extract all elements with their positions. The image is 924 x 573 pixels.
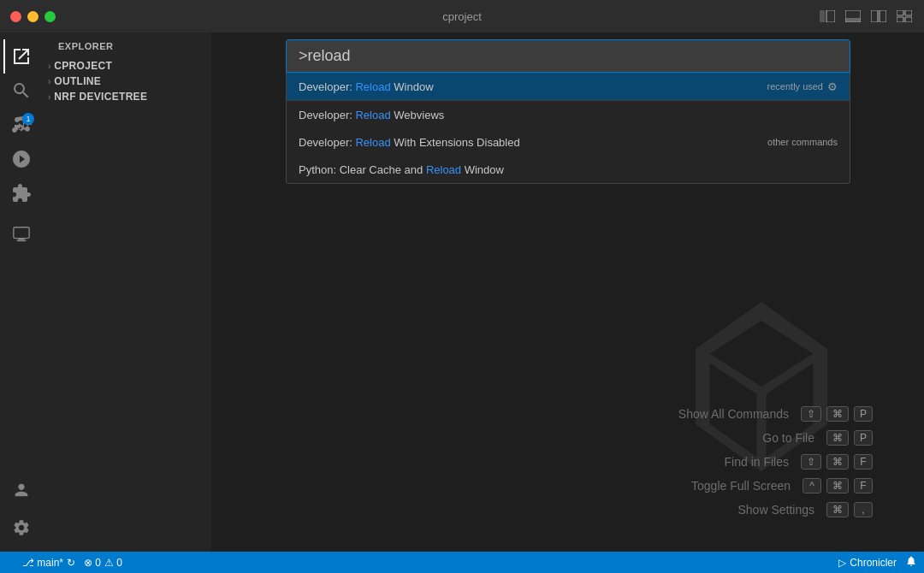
- kbd-comma: ,: [854, 502, 873, 517]
- sidebar-item-cproject[interactable]: › CPROJECT: [41, 58, 211, 74]
- svg-rect-9: [905, 17, 912, 22]
- sidebar-item-label-nrf: NRF DEVICETREE: [54, 91, 147, 103]
- editor-area: Developer: Reload Window recently used ⚙…: [212, 32, 924, 552]
- window-controls[interactable]: [10, 11, 56, 22]
- activity-item-extensions[interactable]: [3, 176, 38, 210]
- shortcut-row-show-all: Show All Commands ⇧ ⌘ P: [678, 406, 873, 422]
- branch-name: ⎇ main*: [22, 557, 63, 569]
- main-layout: 1: [0, 32, 924, 552]
- play-icon: ▷: [838, 557, 846, 569]
- kbd-cmd: ⌘: [826, 454, 849, 470]
- command-result-item[interactable]: Python: Clear Cache and Reload Window: [287, 156, 850, 183]
- shortcut-label: Find in Files: [725, 455, 789, 469]
- kbd-cmd: ⌘: [826, 478, 849, 493]
- shortcut-label: Show All Commands: [678, 407, 789, 421]
- shortcut-row-settings: Show Settings ⌘ ,: [738, 502, 874, 517]
- svg-rect-8: [897, 17, 903, 22]
- command-result-item[interactable]: Developer: Reload Webviews: [287, 101, 850, 128]
- shortcut-row-go-to-file: Go to File ⌘ P: [762, 430, 873, 446]
- highlight-text: Reload: [355, 136, 390, 149]
- activity-item-account[interactable]: [3, 473, 38, 507]
- sync-icon: ↻: [67, 557, 75, 569]
- error-count[interactable]: ⊗ 0 ⚠ 0: [84, 557, 122, 569]
- window-title: cproject: [442, 10, 482, 23]
- sidebar-item-label-cproject: CPROJECT: [54, 60, 112, 72]
- maximize-button[interactable]: [44, 11, 56, 22]
- command-result-text: Developer: Reload Webviews: [299, 109, 838, 121]
- command-result-text: Python: Clear Cache and Reload Window: [299, 163, 838, 176]
- shortcut-row-find-files: Find in Files ⇧ ⌘ F: [725, 454, 873, 470]
- chronicler-label: Chronicler: [850, 557, 897, 569]
- svg-rect-11: [18, 239, 24, 240]
- svg-rect-4: [871, 10, 878, 22]
- activity-item-settings[interactable]: [3, 511, 38, 545]
- notification-bell-icon[interactable]: [905, 555, 917, 570]
- error-icon: ⊗ 0: [84, 557, 101, 569]
- expand-arrow-icon: ›: [48, 62, 50, 71]
- activity-item-source-control[interactable]: 1: [3, 108, 38, 142]
- minimize-button[interactable]: [27, 11, 38, 22]
- svg-rect-0: [820, 10, 825, 22]
- split-editor-icon[interactable]: [869, 9, 888, 23]
- layout-icon[interactable]: [895, 9, 914, 23]
- highlight-text: Reload: [355, 109, 390, 121]
- chronicler-status[interactable]: ▷ Chronicler: [838, 557, 897, 569]
- command-badge: recently used ⚙: [767, 80, 838, 93]
- expand-arrow-icon: ›: [48, 77, 50, 86]
- svg-rect-10: [14, 227, 29, 239]
- panel-toggle-icon[interactable]: [844, 9, 862, 23]
- statusbar-left: ⎇ main* ↻ ⊗ 0 ⚠ 0: [7, 557, 122, 569]
- statusbar-right: ▷ Chronicler: [838, 555, 917, 570]
- activity-item-run[interactable]: [3, 142, 38, 176]
- shortcut-label: Toggle Full Screen: [691, 479, 791, 493]
- sidebar-item-nrf[interactable]: › NRF DEVICETREE: [41, 89, 211, 104]
- command-result-text: Developer: Reload Window: [299, 80, 767, 93]
- sidebar-item-outline[interactable]: › OUTLINE: [41, 74, 211, 89]
- shortcut-row-fullscreen: Toggle Full Screen ^ ⌘ F: [691, 478, 873, 493]
- sidebar: EXPLORER › CPROJECT › OUTLINE › NRF DEVI…: [41, 32, 212, 552]
- kbd-p: P: [854, 406, 873, 422]
- kbd-f: F: [854, 478, 873, 493]
- command-results: Developer: Reload Window recently used ⚙…: [286, 73, 850, 184]
- command-input[interactable]: [287, 40, 850, 72]
- gear-icon: ⚙: [827, 80, 838, 93]
- command-result-text: Developer: Reload With Extensions Disabl…: [299, 136, 767, 149]
- git-branch[interactable]: ⎇ main* ↻: [7, 557, 75, 569]
- kbd-p: P: [854, 430, 873, 446]
- source-control-badge: 1: [22, 113, 34, 125]
- sidebar-toggle-icon[interactable]: [818, 9, 837, 23]
- kbd-f: F: [854, 454, 873, 470]
- svg-rect-1: [826, 10, 835, 22]
- command-palette: Developer: Reload Window recently used ⚙…: [286, 39, 850, 184]
- command-result-item[interactable]: Developer: Reload Window recently used ⚙: [287, 73, 850, 100]
- activity-item-explorer[interactable]: [3, 39, 38, 74]
- activity-item-search[interactable]: [3, 74, 38, 108]
- sidebar-item-label-outline: OUTLINE: [54, 75, 101, 87]
- activity-item-remote[interactable]: [3, 217, 38, 251]
- kbd-shift: ⇧: [801, 406, 821, 422]
- activity-bar: 1: [0, 32, 41, 552]
- statusbar: ⎇ main* ↻ ⊗ 0 ⚠ 0 ▷ Chronicler: [0, 552, 924, 573]
- other-commands-badge: other commands: [767, 137, 838, 147]
- kbd-cmd: ⌘: [826, 430, 849, 446]
- sidebar-header: EXPLORER: [41, 38, 211, 58]
- shortcut-label: Go to File: [762, 431, 814, 445]
- highlight-text: Reload: [355, 80, 390, 93]
- shortcut-label: Show Settings: [738, 503, 815, 517]
- svg-rect-7: [905, 10, 912, 15]
- kbd-cmd: ⌘: [826, 502, 849, 517]
- shortcuts-area: Show All Commands ⇧ ⌘ P Go to File ⌘ P F…: [678, 406, 873, 517]
- svg-rect-6: [897, 10, 903, 15]
- close-button[interactable]: [10, 11, 21, 22]
- expand-arrow-icon: ›: [48, 92, 50, 102]
- svg-rect-12: [17, 239, 27, 241]
- kbd-ctrl: ^: [803, 478, 821, 493]
- kbd-shift: ⇧: [801, 454, 821, 470]
- highlight-text: Reload: [426, 163, 461, 176]
- svg-rect-5: [880, 10, 886, 22]
- layout-icons: [818, 9, 914, 23]
- command-result-item[interactable]: Developer: Reload With Extensions Disabl…: [287, 128, 850, 156]
- titlebar: cproject: [0, 0, 924, 32]
- command-input-wrapper: [286, 39, 850, 73]
- warning-icon: ⚠ 0: [104, 557, 122, 569]
